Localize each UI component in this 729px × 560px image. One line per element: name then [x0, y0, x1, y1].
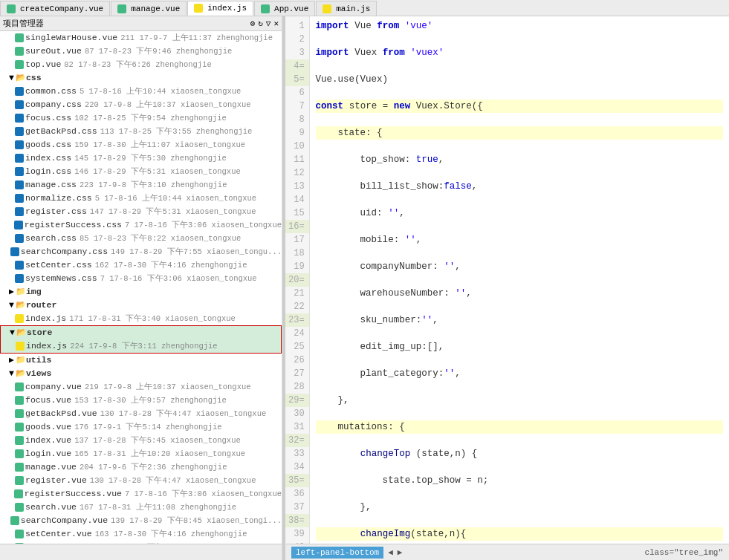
folder-arrow-icon: ▶ — [9, 286, 14, 298]
tab-mainjs[interactable]: main.js — [316, 1, 377, 16]
tab-label: App.vue — [274, 4, 308, 13]
folder-arrow-icon: ▼ — [9, 299, 14, 311]
close-icon[interactable]: ✕ — [273, 19, 279, 28]
tab-bar: createCompany.vue manage.vue index.js Ap… — [0, 0, 729, 16]
tree-item-register-vue[interactable]: register.vue 130 17-8-28 下午4:47 xiaosen_… — [0, 474, 282, 487]
tab-label: manage.vue — [131, 4, 180, 13]
vue-file-icon — [15, 448, 25, 460]
vue-icon — [117, 4, 128, 13]
scroll-right-icon[interactable]: ▶ — [398, 547, 403, 557]
folder-icon — [16, 286, 26, 298]
vue-file-icon — [15, 501, 25, 513]
minus-icon[interactable]: ▽ — [266, 19, 271, 28]
tree-folder-router[interactable]: ▼ router — [0, 299, 282, 312]
tab-indexjs[interactable]: index.js — [187, 1, 253, 16]
css-file-icon — [15, 85, 25, 97]
vue-file-icon — [15, 408, 25, 420]
tree-item-index-css[interactable]: index.css 145 17-8-29 下午5:30 zhenghongji… — [0, 152, 282, 165]
tree-item-normalize-css[interactable]: normalize.css 5 17-8-16 上午10:44 xiaosen_… — [0, 192, 282, 205]
gear-icon[interactable]: ⚙ — [250, 19, 256, 28]
vue-file-icon — [15, 381, 25, 393]
tree-item-searchCompany-vue[interactable]: searchCompany.vue 139 17-8-29 下午8:45 xia… — [0, 514, 282, 527]
css-file-icon — [15, 152, 25, 164]
tree-item-index-vue[interactable]: index.vue 137 17-8-28 下午5:45 xiaosen_ton… — [0, 434, 282, 447]
tree-item-company-css[interactable]: company.css 220 17-9-8 上午10:37 xiaosen_t… — [0, 98, 282, 111]
scroll-left-icon[interactable]: ◀ — [388, 547, 393, 557]
tree-folder-store[interactable]: ▼ store — [0, 325, 282, 339]
tree-item-registerSuccess-vue[interactable]: registerSuccess.vue 7 17-8-16 下午3:06 xia… — [0, 487, 282, 501]
vue-file-icon — [15, 461, 25, 473]
folder-arrow-icon: ▼ — [9, 72, 14, 84]
tree-item-login-vue[interactable]: login.vue 165 17-8-31 上午10:20 xiaosen_to… — [0, 447, 282, 460]
split-view: 项目管理器 ⚙ ↻ ▽ ✕ singleWarHouse.vue 211 17-… — [0, 16, 729, 560]
css-file-icon — [15, 206, 25, 218]
vue-file-icon — [15, 394, 25, 406]
tree-item-goods-css[interactable]: goods.css 159 17-8-30 上午11:07 xiaosen_to… — [0, 138, 282, 152]
tab-label: createCompany.vue — [20, 4, 103, 13]
panel-controls: ⚙ ↻ ▽ ✕ — [250, 19, 279, 28]
tree-item-registerSuccess-css[interactable]: registerSuccess.css 7 17-8-16 下午3:06 xia… — [0, 218, 282, 232]
tree-item-getBackPsd-vue[interactable]: getBackPsd.vue 130 17-8-28 下午4:47 xiaose… — [0, 407, 282, 420]
tree-folder-img[interactable]: ▶ img — [0, 285, 282, 299]
right-bottom-bar: left-panel-bottom ◀ ▶ class="tree_img" — [285, 544, 729, 560]
css-file-icon — [14, 219, 25, 231]
vue-file-icon — [15, 434, 25, 446]
line-numbers: 123 4= 5= 678910 1112131415 16= 171819 2… — [285, 16, 310, 544]
tab-appvue[interactable]: App.vue — [254, 1, 315, 16]
folder-icon — [16, 368, 26, 380]
app-container: createCompany.vue manage.vue index.js Ap… — [0, 0, 729, 560]
tree-item-login-css[interactable]: login.css 146 17-8-29 下午5:31 xiaosen_ton… — [0, 165, 282, 178]
tab-manage[interactable]: manage.vue — [111, 1, 187, 16]
sync-icon[interactable]: ↻ — [258, 19, 263, 28]
folder-icon — [16, 327, 27, 339]
tree-item-focus-vue[interactable]: focus.vue 153 17-8-30 上午9:57 zhenghongji… — [0, 394, 282, 407]
tree-item-register-css[interactable]: register.css 147 17-8-29 下午5:31 xiaosen_… — [0, 205, 282, 218]
code-view: 123 4= 5= 678910 1112131415 16= 171819 2… — [285, 16, 729, 544]
vue-file-icon — [14, 488, 25, 500]
css-file-icon — [15, 232, 25, 244]
vue-icon — [261, 4, 271, 13]
tree-folder-utils[interactable]: ▶ utils — [0, 354, 282, 367]
tree-item-search-vue[interactable]: search.vue 167 17-8-31 上午11:08 zhenghong… — [0, 501, 282, 514]
vue-file-icon — [15, 45, 25, 57]
panel-title: 项目管理器 — [3, 18, 44, 29]
css-file-icon — [15, 139, 25, 151]
js-file-icon — [16, 340, 26, 352]
tree-item-goods-vue[interactable]: goods.vue 176 17-9-1 下午5:14 zhenghongjie — [0, 420, 282, 434]
tree-item-focus-css[interactable]: focus.css 102 17-8-25 下午9:54 zhenghongji… — [0, 111, 282, 125]
tree-item-store-index[interactable]: index.js 224 17-9-8 下午3:11 zhenghongjie — [0, 339, 282, 354]
js-file-icon — [15, 313, 25, 325]
vue-file-icon — [10, 515, 21, 527]
tree-item-search-css[interactable]: search.css 85 17-8-23 下午8:22 xiaosen_ton… — [0, 232, 282, 245]
tree-folder-views[interactable]: ▼ views — [0, 367, 282, 380]
bottom-left-label: left-panel-bottom — [291, 547, 383, 559]
css-file-icon — [15, 259, 25, 271]
tree-item-company-vue[interactable]: company.vue 219 17-9-8 上午10:37 xiaosen_t… — [0, 380, 282, 394]
tab-label: index.js — [207, 4, 247, 13]
folder-icon — [16, 72, 26, 84]
panel-title-bar: 项目管理器 ⚙ ↻ ▽ ✕ — [0, 16, 282, 31]
tree-item-sureOut[interactable]: sureOut.vue 87 17-8-23 下午9:46 zhenghongj… — [0, 45, 282, 58]
code-content[interactable]: import Vue from 'vue' import Vuex from '… — [310, 16, 729, 544]
tab-label: main.js — [336, 4, 370, 13]
tree-item-top[interactable]: top.vue 82 17-8-23 下午6:26 zhenghongjie — [0, 58, 282, 71]
folder-icon — [16, 354, 26, 366]
tree-item-systemNews-css[interactable]: systemNews.css 7 17-8-16 下午3:06 xiaosen_… — [0, 272, 282, 285]
tree-item-setCenter-vue[interactable]: setCenter.vue 163 17-8-30 下午4:16 zhengho… — [0, 527, 282, 541]
css-file-icon — [15, 166, 25, 178]
tree-item-common-css[interactable]: common.css 5 17-8-16 上午10:44 xiaosen_ton… — [0, 85, 282, 98]
tree-item-setCenter-css[interactable]: setCenter.css 162 17-8-30 下午4:16 zhengho… — [0, 258, 282, 272]
tree-item-router-index[interactable]: index.js 171 17-8-31 下午3:40 xiaosen_tong… — [0, 312, 282, 325]
tree-item-manage-vue[interactable]: manage.vue 204 17-9-6 下午2:36 zhenghongji… — [0, 460, 282, 474]
folder-icon — [16, 299, 26, 311]
tree-item-singleWarHouse[interactable]: singleWarHouse.vue 211 17-9-7 上午11:37 zh… — [0, 31, 282, 45]
tab-createCompany[interactable]: createCompany.vue — [0, 1, 110, 16]
vue-file-icon — [15, 59, 25, 71]
tree-item-searchCompany-css[interactable]: searchCompany.css 149 17-8-29 下午7:55 xia… — [0, 245, 282, 258]
left-panel: 项目管理器 ⚙ ↻ ▽ ✕ singleWarHouse.vue 211 17-… — [0, 16, 282, 560]
js-icon — [194, 4, 204, 13]
tree-item-manage-css[interactable]: manage.css 223 17-9-8 下午3:10 zhenghongji… — [0, 178, 282, 192]
tree-item-getBackPsd-css[interactable]: getBackPsd.css 113 17-8-25 下午3:55 zhengh… — [0, 125, 282, 138]
tree-folder-css[interactable]: ▼ css — [0, 71, 282, 85]
js-icon — [323, 4, 333, 13]
